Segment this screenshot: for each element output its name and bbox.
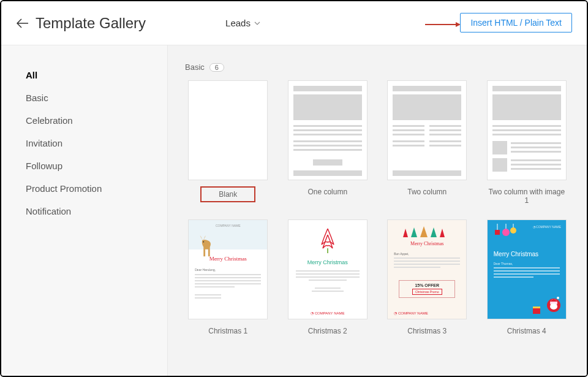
template-thumbnail-christmas-1[interactable]: COMPANY NAME Merry Christmas Dear Handon… (188, 219, 268, 319)
template-grid: Blank One column (185, 80, 570, 337)
sidebar-item-product-promotion[interactable]: Product Promotion (26, 177, 167, 200)
svg-point-14 (550, 303, 557, 310)
thumb-title: Merry Christmas (288, 259, 367, 265)
svg-point-1 (203, 242, 205, 243)
main: All Basic Celebration Invitation Followu… (1, 45, 587, 376)
section-count-badge: 6 (209, 63, 224, 72)
thumb-offer: 15% OFFER Christmas Promo (399, 280, 455, 298)
svg-point-8 (510, 227, 516, 234)
thumb-brand: ◔ COMPANY NAME (394, 311, 428, 315)
template-card: Merry Christmas Bon Appet, 15% OFFER Chr… (384, 219, 470, 337)
trees-icon (399, 225, 454, 238)
template-thumbnail-christmas-2[interactable]: Merry Christmas ◔ COMPANY NAME (288, 219, 368, 319)
template-card: COMPANY NAME Merry Christmas Dear Handon… (185, 219, 271, 337)
tree-icon (317, 226, 339, 257)
template-thumbnail-christmas-4[interactable]: ◔ COMPANY NAME Merry Christmas Dear Thom… (487, 219, 567, 319)
page-title: Template Gallery (36, 15, 146, 32)
template-thumbnail-two-column[interactable] (387, 80, 467, 180)
thumb-brand: COMPANY NAME (189, 224, 267, 227)
content: Basic 6 Blank (168, 45, 587, 376)
template-card: One column (285, 80, 371, 206)
template-thumbnail-christmas-3[interactable]: Merry Christmas Bon Appet, 15% OFFER Chr… (387, 219, 467, 319)
thumb-title: Merry Christmas (494, 251, 538, 257)
ornaments-icon (492, 224, 517, 242)
sidebar-item-all[interactable]: All (26, 64, 167, 86)
template-card: Two column (384, 80, 470, 206)
callout-arrow-icon (425, 21, 462, 28)
section-title: Basic (185, 63, 205, 72)
template-label: Christmas 1 (205, 326, 251, 337)
template-label: Christmas 3 (404, 326, 450, 337)
template-label: Two column (404, 186, 450, 197)
sidebar-item-basic[interactable]: Basic (26, 86, 167, 109)
template-label: Christmas 4 (503, 326, 550, 337)
template-thumbnail-two-column-image[interactable] (487, 80, 567, 180)
insert-html-button[interactable]: Insert HTML / Plain Text (460, 13, 572, 32)
template-card: Merry Christmas ◔ COMPANY NAME Christmas… (285, 219, 371, 337)
sidebar-item-notification[interactable]: Notification (26, 200, 167, 223)
svg-point-13 (557, 297, 559, 299)
header: Template Gallery Leads Insert HTML / Pla… (1, 1, 587, 45)
thumb-title: Merry Christmas (189, 256, 267, 262)
svg-rect-4 (495, 230, 500, 235)
thumb-brand: ◔ COMPANY NAME (533, 225, 561, 229)
thumb-title: Merry Christmas (388, 241, 466, 246)
template-label: One column (304, 186, 351, 197)
template-card: Two column with image 1 (484, 80, 570, 206)
template-thumbnail-one-column[interactable] (288, 80, 368, 180)
svg-rect-9 (533, 308, 540, 314)
section-header: Basic 6 (185, 63, 570, 72)
template-label: Blank (200, 186, 255, 202)
sidebar-item-followup[interactable]: Followup (26, 154, 167, 177)
svg-rect-10 (533, 307, 540, 308)
template-label: Two column with image 1 (484, 186, 570, 206)
chevron-down-icon (254, 21, 260, 25)
thumb-brand: ◔ COMPANY NAME (288, 311, 367, 315)
dropdown-label: Leads (225, 18, 251, 28)
back-arrow-icon[interactable] (16, 17, 29, 30)
template-card: Blank (185, 80, 271, 206)
santa-icon (532, 292, 562, 316)
sidebar-item-invitation[interactable]: Invitation (26, 132, 167, 154)
template-label: Christmas 2 (304, 326, 351, 337)
sidebar: All Basic Celebration Invitation Followu… (1, 45, 168, 376)
template-card: ◔ COMPANY NAME Merry Christmas Dear Thom… (484, 219, 570, 337)
template-thumbnail-blank[interactable] (188, 80, 268, 180)
sidebar-item-celebration[interactable]: Celebration (26, 109, 167, 132)
module-dropdown[interactable]: Leads (225, 18, 260, 28)
svg-point-6 (502, 229, 510, 236)
